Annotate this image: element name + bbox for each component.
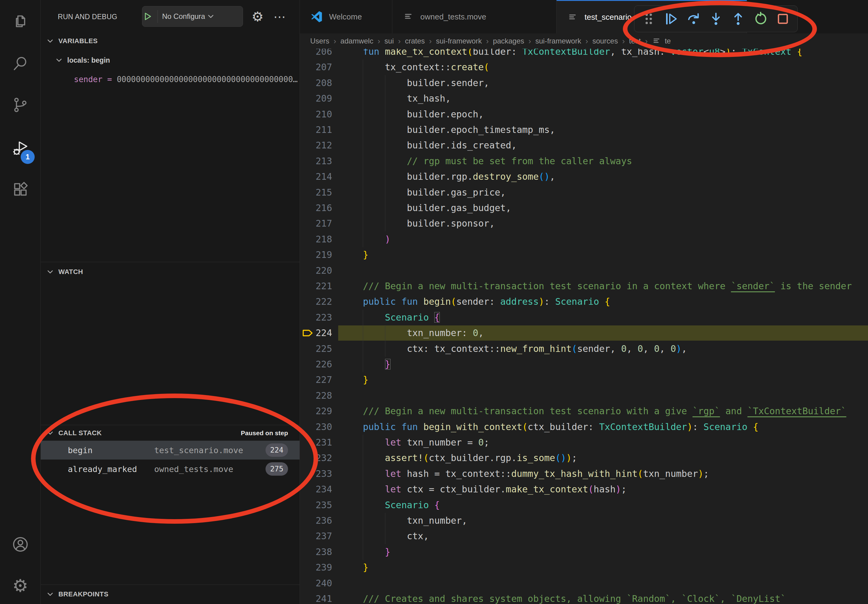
code-line-text[interactable]: let txn_number = 0;: [341, 435, 868, 451]
line-number[interactable]: 213: [300, 153, 332, 169]
breadcrumb-item[interactable]: Users: [310, 37, 329, 45]
line-number[interactable]: 215: [300, 184, 332, 200]
line-number[interactable]: 208: [300, 75, 332, 91]
activity-bar-item-search[interactable]: [0, 48, 40, 79]
code-line-text[interactable]: assert!(ctx_builder.rgp.is_some());: [341, 450, 868, 466]
breadcrumb-item[interactable]: sources: [592, 37, 618, 45]
breadcrumb-item[interactable]: packages: [493, 37, 524, 45]
code-line-text[interactable]: txn_number,: [341, 513, 868, 528]
code-line-text[interactable]: builder.epoch,: [341, 107, 868, 122]
line-number[interactable]: 234: [300, 482, 332, 497]
code-line-text[interactable]: Scenario {: [341, 497, 868, 513]
line-number[interactable]: 210: [300, 107, 332, 122]
line-number[interactable]: 220: [300, 263, 332, 279]
line-number[interactable]: 228: [300, 388, 332, 404]
code-line-text[interactable]: [341, 263, 868, 279]
line-number[interactable]: 238: [300, 544, 332, 560]
line-number[interactable]: 241: [300, 591, 332, 604]
code-line-text[interactable]: builder.ids_created,: [341, 138, 868, 153]
breadcrumb-item[interactable]: sui: [384, 37, 394, 45]
line-number[interactable]: 226: [300, 356, 332, 372]
code-line-text[interactable]: ctx: tx_context::new_from_hint(sender, 0…: [341, 341, 868, 357]
breadcrumb-file-item[interactable]: te: [652, 37, 671, 46]
code-line-text[interactable]: [341, 388, 868, 404]
code-line-text[interactable]: tx_hash,: [341, 91, 868, 107]
line-number[interactable]: 232: [300, 450, 332, 466]
debug-restart-button[interactable]: [752, 10, 770, 28]
line-number[interactable]: 239: [300, 560, 332, 575]
code-line-text[interactable]: Scenario {: [341, 310, 868, 325]
breadcrumb-item[interactable]: test: [629, 37, 641, 45]
code-line-text[interactable]: ): [341, 231, 868, 247]
line-number[interactable]: 229: [300, 403, 332, 419]
breadcrumb-item[interactable]: adamwelc: [340, 37, 373, 45]
code-line-text[interactable]: builder.gas_price,: [341, 184, 868, 200]
line-number[interactable]: 223: [300, 310, 332, 325]
line-number[interactable]: 240: [300, 575, 332, 591]
call-stack-section-header[interactable]: CALL STACK Paused on step: [41, 426, 299, 440]
debug-continue-button[interactable]: [662, 10, 680, 28]
activity-bar-item-source-control[interactable]: [0, 89, 40, 121]
breakpoints-section-header[interactable]: BREAKPOINTS: [41, 587, 299, 602]
code-line-text[interactable]: builder.sponsor,: [341, 215, 868, 231]
line-number[interactable]: 216: [300, 200, 332, 216]
line-number[interactable]: 237: [300, 528, 332, 544]
activity-bar-item-run-and-debug[interactable]: 1: [0, 132, 40, 164]
start-debug-icon[interactable]: [142, 11, 153, 22]
code-line-text[interactable]: }: [341, 372, 868, 388]
code-line-text[interactable]: /// Creates and shares system objects, a…: [341, 591, 868, 604]
code-line-text[interactable]: }: [341, 247, 868, 263]
line-number[interactable]: 230: [300, 419, 332, 435]
line-number[interactable]: 218: [300, 231, 332, 247]
tab-owned_tests-move[interactable]: owned_tests.move: [392, 0, 556, 34]
code-line-text[interactable]: // rgp must be set from the caller alway…: [341, 153, 868, 169]
code-line-text[interactable]: }: [341, 356, 868, 372]
debug-stop-button[interactable]: [774, 10, 792, 28]
launch-configuration-dropdown[interactable]: No Configura: [142, 6, 243, 27]
line-number[interactable]: 235: [300, 497, 332, 513]
views-more-actions-icon[interactable]: ⋯: [271, 9, 288, 25]
tab-welcome[interactable]: Welcome: [300, 0, 392, 34]
variables-section-header[interactable]: VARIABLES: [41, 34, 299, 48]
code-line-text[interactable]: tx_context::create(: [341, 59, 868, 75]
line-number[interactable]: 225: [300, 341, 332, 357]
activity-bar-item-settings[interactable]: ⚙: [0, 570, 40, 602]
breadcrumb-item[interactable]: crates: [405, 37, 425, 45]
activity-bar-item-extensions[interactable]: [0, 174, 40, 206]
code-line-text[interactable]: builder.rgp.destroy_some(),: [341, 169, 868, 184]
activity-bar-item-account[interactable]: [0, 528, 40, 560]
watch-section-header[interactable]: WATCH: [41, 265, 299, 279]
call-stack-frame[interactable]: already_markedowned_tests.move275: [41, 460, 299, 479]
line-number[interactable]: 214: [300, 169, 332, 184]
code-line-text[interactable]: public fun begin_with_context(ctx_builde…: [341, 419, 868, 435]
variable-sender-row[interactable]: sender = 0000000000000000000000000000000…: [41, 72, 299, 87]
code-line-text[interactable]: /// Begin a new multi-transaction test s…: [341, 403, 868, 419]
code-line-text[interactable]: let hash = tx_context::dummy_tx_hash_wit…: [341, 466, 868, 482]
line-number[interactable]: 227: [300, 372, 332, 388]
debug-step-into-button[interactable]: [707, 10, 725, 28]
debug-drag-grip-button[interactable]: [640, 10, 658, 28]
code-line-text[interactable]: builder.gas_budget,: [341, 200, 868, 216]
line-number[interactable]: 222: [300, 294, 332, 310]
debug-settings-gear-icon[interactable]: ⚙: [250, 9, 266, 25]
code-line-text[interactable]: txn_number: 0,: [341, 325, 868, 341]
breadcrumb-item[interactable]: sui-framework: [436, 37, 482, 45]
code-line-text[interactable]: /// Begin a new multi-transaction test s…: [341, 278, 868, 294]
line-number[interactable]: 217: [300, 215, 332, 231]
line-number[interactable]: 212: [300, 138, 332, 153]
code-line-text[interactable]: builder.sender,: [341, 75, 868, 91]
line-number[interactable]: 219: [300, 247, 332, 263]
debug-step-over-button[interactable]: [685, 10, 703, 28]
breadcrumb-item[interactable]: sui-framework: [535, 37, 581, 45]
activity-bar-item-explorer[interactable]: [0, 5, 40, 37]
debug-step-out-button[interactable]: [729, 10, 747, 28]
code-line-text[interactable]: public fun begin(sender: address): Scena…: [341, 294, 868, 310]
line-number[interactable]: 209: [300, 91, 332, 107]
code-line-text[interactable]: }: [341, 560, 868, 575]
code-line-text[interactable]: ctx,: [341, 528, 868, 544]
call-stack-frame[interactable]: begintest_scenario.move224: [41, 441, 299, 460]
line-number[interactable]: 221: [300, 278, 332, 294]
code-line-text[interactable]: }: [341, 544, 868, 560]
code-line-text[interactable]: let ctx = ctx_builder.make_tx_context(ha…: [341, 482, 868, 497]
code-line-text[interactable]: [341, 575, 868, 591]
